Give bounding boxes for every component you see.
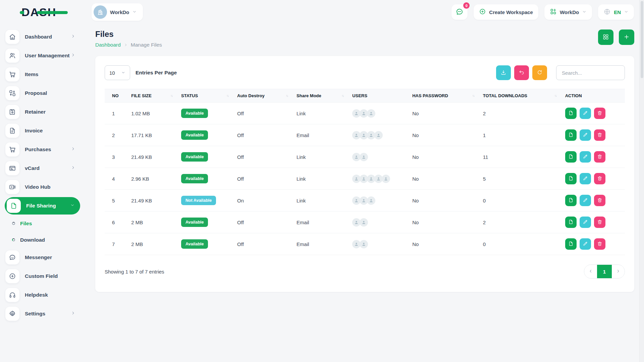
- cell-auto-destroy: Off: [234, 212, 293, 233]
- edit-button[interactable]: [580, 108, 591, 119]
- sidebar-item-label: Proposal: [25, 90, 86, 96]
- users-avatars: [352, 240, 406, 248]
- status-badge: Available: [181, 130, 208, 140]
- edit-button[interactable]: [580, 151, 591, 163]
- view-file-button[interactable]: [565, 195, 577, 206]
- brand-logo[interactable]: DASH: [21, 6, 56, 19]
- previous-page-button[interactable]: [584, 265, 597, 278]
- cell-file-size: 2 MB: [128, 212, 178, 233]
- column-header-auto-destroy[interactable]: Auto Destroy↑↓: [234, 89, 293, 103]
- file-icon: [568, 132, 574, 138]
- sidebar-subitem-files[interactable]: Files: [0, 215, 86, 232]
- file-icon: [568, 219, 574, 226]
- delete-button[interactable]: [594, 129, 605, 141]
- search-input[interactable]: [556, 65, 625, 80]
- app-switcher-button[interactable]: WorkDo: [544, 4, 592, 20]
- export-button[interactable]: [496, 65, 511, 80]
- sidebar-item-settings[interactable]: Settings: [0, 304, 86, 323]
- column-header-share-mode[interactable]: Share Mode↑↓: [293, 89, 349, 103]
- breadcrumb: Dashboard Manage Files: [95, 42, 162, 48]
- create-workspace-button[interactable]: Create Workspace: [474, 4, 538, 20]
- delete-button[interactable]: [594, 151, 605, 163]
- status-badge: Available: [181, 239, 208, 249]
- sidebar-item-items[interactable]: Items: [0, 65, 86, 84]
- edit-button[interactable]: [580, 195, 591, 206]
- plus-circle-icon: [5, 269, 19, 283]
- row-actions: [565, 173, 622, 184]
- reset-button[interactable]: [514, 65, 529, 80]
- sidebar-item-dashboard[interactable]: Dashboard: [0, 27, 86, 46]
- pencil-icon: [583, 176, 588, 182]
- add-file-button[interactable]: [619, 29, 634, 45]
- breadcrumb-separator-icon: [124, 43, 128, 47]
- column-header-status[interactable]: STATUS↑↓: [178, 89, 234, 103]
- sort-icon: ↑↓: [341, 94, 343, 98]
- sidebar-item-invoice[interactable]: Invoice: [0, 121, 86, 140]
- view-file-button[interactable]: [565, 173, 577, 184]
- scrollbar[interactable]: [639, 0, 644, 362]
- create-workspace-label: Create Workspace: [489, 9, 533, 15]
- sidebar-item-label: User Management: [25, 53, 71, 59]
- entries-per-page-value: 10: [109, 70, 115, 76]
- sidebar-item-file-sharing[interactable]: File Sharing: [5, 197, 80, 215]
- chevron-down-icon: [624, 9, 629, 15]
- view-file-button[interactable]: [565, 108, 577, 119]
- view-file-button[interactable]: [565, 217, 577, 228]
- view-file-button[interactable]: [565, 151, 577, 163]
- table-row: 321.49 KBAvailableOffLinkNo11: [105, 146, 625, 168]
- edit-button[interactable]: [580, 173, 591, 184]
- edit-button[interactable]: [580, 129, 591, 141]
- delete-button[interactable]: [594, 238, 605, 250]
- app-switcher-label: WorkDo: [560, 9, 579, 15]
- messages-button[interactable]: 0: [451, 4, 468, 20]
- sidebar-subitem-label: Download: [20, 237, 86, 243]
- row-actions: [565, 217, 622, 228]
- status-badge: Available: [181, 218, 208, 227]
- view-file-button[interactable]: [565, 129, 577, 141]
- trash-icon: [597, 219, 602, 226]
- delete-button[interactable]: [594, 217, 605, 228]
- sidebar-item-helpdesk[interactable]: Helpdesk: [0, 286, 86, 304]
- sidebar-item-messenger[interactable]: Messenger: [0, 248, 86, 267]
- delete-button[interactable]: [594, 173, 605, 184]
- cell-no: 6: [105, 212, 128, 233]
- delete-button[interactable]: [594, 195, 605, 206]
- edit-button[interactable]: [580, 238, 591, 250]
- grid-view-button[interactable]: [598, 29, 613, 45]
- cell-no: 5: [105, 190, 128, 212]
- sidebar-subitem-download[interactable]: Download: [0, 232, 86, 248]
- next-page-button[interactable]: [612, 265, 625, 278]
- refresh-button[interactable]: [532, 65, 547, 80]
- video-icon: [5, 180, 19, 194]
- cell-file-size: 21.49 KB: [128, 190, 178, 212]
- sidebar-item-proposal[interactable]: Proposal: [0, 84, 86, 103]
- sidebar-item-purchases[interactable]: Purchases: [0, 140, 86, 159]
- cell-auto-destroy: Off: [234, 146, 293, 168]
- column-header-file-size[interactable]: FILE SIZE↑↓: [128, 89, 178, 103]
- sidebar-item-retainer[interactable]: Retainer: [0, 103, 86, 121]
- sidebar-item-video-hub[interactable]: Video Hub: [0, 178, 86, 196]
- breadcrumb-link-dashboard[interactable]: Dashboard: [95, 42, 121, 48]
- trash-icon: [597, 132, 602, 138]
- cell-total-downloads: 0: [480, 190, 562, 212]
- entries-per-page-select[interactable]: 10: [105, 65, 130, 80]
- language-selector[interactable]: EN: [598, 4, 634, 20]
- status-badge: Available: [181, 174, 208, 183]
- logo-accent-right: [37, 11, 68, 14]
- page-1-button[interactable]: 1: [597, 265, 612, 278]
- sidebar-item-custom-field[interactable]: Custom Field: [0, 267, 86, 286]
- delete-button[interactable]: [594, 108, 605, 119]
- scrollbar-thumb[interactable]: [641, 1, 643, 78]
- column-header-users: USERS: [349, 89, 409, 103]
- table-row: 11.02 MBAvailableOffLinkNo2: [105, 103, 625, 124]
- sidebar-item-vcard[interactable]: vCard: [0, 159, 86, 178]
- workspace-selector[interactable]: WorkDo: [92, 3, 143, 21]
- logo-accent-left: [20, 11, 24, 14]
- column-header-has-password[interactable]: HAS PASSWORD↑↓: [409, 89, 480, 103]
- cell-auto-destroy: Off: [234, 233, 293, 255]
- column-header-total-downloads[interactable]: TOTAL DOWNLOADS↑↓: [480, 89, 562, 103]
- edit-button[interactable]: [580, 217, 591, 228]
- sidebar-item-label: vCard: [25, 165, 71, 171]
- sidebar-item-user-management[interactable]: User Management: [0, 46, 86, 65]
- view-file-button[interactable]: [565, 238, 577, 250]
